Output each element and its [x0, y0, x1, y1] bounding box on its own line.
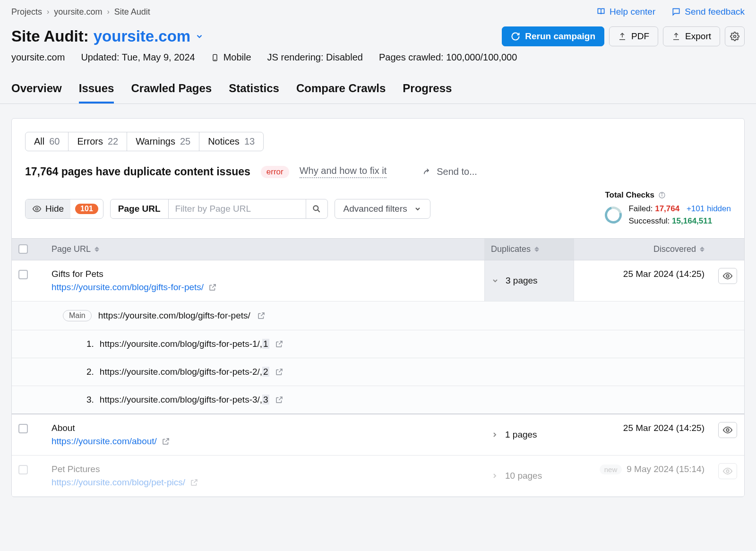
checks-failed: Failed: 17,764 +101 hidden	[628, 203, 731, 215]
breadcrumb-projects[interactable]: Projects	[11, 7, 42, 17]
duplicates-cell[interactable]: 10 pages	[484, 456, 574, 496]
breadcrumb: Projects › yoursite.com › Site Audit	[11, 7, 150, 17]
column-discovered[interactable]: Discovered	[574, 239, 711, 260]
table-row: Pet Pictures https://yoursite.com/blog/p…	[12, 456, 744, 497]
row-checkbox[interactable]	[18, 465, 28, 474]
info-icon[interactable]	[658, 191, 666, 199]
duplicates-cell[interactable]: 1 pages	[484, 414, 574, 455]
meta-updated: Updated: Tue, May 9, 2024	[81, 52, 195, 63]
filter-all[interactable]: All60	[26, 132, 69, 151]
filter-notices[interactable]: Notices13	[199, 132, 263, 151]
pdf-export-button[interactable]: PDF	[609, 26, 658, 46]
search-button[interactable]	[306, 199, 327, 218]
hide-count-badge: 101	[75, 204, 98, 214]
meta-mobile: Mobile	[211, 52, 251, 63]
tab-crawled-pages[interactable]: Crawled Pages	[131, 76, 212, 103]
upload-icon	[672, 32, 680, 41]
why-fix-link[interactable]: Why and how to fix it	[300, 165, 387, 178]
chevron-right-icon	[491, 431, 498, 439]
eye-icon	[722, 271, 733, 281]
send-feedback-link[interactable]: Send feedback	[671, 7, 745, 17]
row-title: Pet Pictures	[52, 464, 478, 474]
meta-domain: yoursite.com	[11, 52, 65, 63]
view-button[interactable]	[718, 463, 737, 479]
discovered-cell: 25 Mar 2024 (14:25)	[574, 414, 711, 455]
mobile-icon	[211, 52, 219, 63]
svg-point-9	[726, 275, 729, 277]
tab-overview[interactable]: Overview	[11, 76, 62, 103]
issue-title: 17,764 pages have duplicate content issu…	[25, 165, 250, 178]
chevron-right-icon: ›	[107, 8, 109, 16]
column-duplicates[interactable]: Duplicates	[484, 239, 574, 260]
external-link-icon[interactable]	[162, 437, 170, 446]
external-link-icon[interactable]	[208, 283, 217, 292]
url-field-selector[interactable]: Page URL	[111, 199, 169, 218]
chevron-down-icon	[195, 32, 204, 41]
table-row: Gifts for Pets https://yoursite.com/blog…	[12, 260, 744, 301]
filter-warnings[interactable]: Warnings25	[127, 132, 199, 151]
external-link-icon[interactable]	[275, 340, 284, 348]
external-link-icon[interactable]	[257, 311, 266, 320]
external-link-icon[interactable]	[275, 396, 284, 404]
chat-icon	[671, 7, 681, 17]
duplicate-url-row: 2. https://yoursite.com/blog/gifts-for-p…	[12, 358, 744, 386]
error-badge: error	[261, 166, 289, 178]
breadcrumb-domain[interactable]: yoursite.com	[54, 7, 102, 17]
url-filter-input[interactable]	[169, 199, 306, 218]
column-page-url[interactable]: Page URL	[45, 239, 484, 260]
send-to-button[interactable]: Send to...	[421, 166, 477, 177]
row-title: About	[52, 423, 478, 433]
external-link-icon[interactable]	[190, 478, 198, 487]
svg-point-3	[36, 208, 38, 210]
svg-point-4	[313, 206, 318, 211]
tab-progress[interactable]: Progress	[403, 76, 452, 103]
rerun-campaign-button[interactable]: Rerun campaign	[502, 26, 604, 46]
chevron-down-icon	[491, 277, 499, 284]
svg-point-10	[726, 429, 729, 431]
row-url-link[interactable]: https://yoursite.com/about/	[52, 436, 478, 447]
main-url-row: Main https://yoursite.com/blog/gifts-for…	[12, 301, 744, 330]
meta-js: JS rendering: Disabled	[267, 52, 363, 63]
row-url-link[interactable]: https://yoursite.com/blog/gifts-for-pets…	[52, 282, 478, 293]
search-icon	[312, 204, 321, 214]
checks-successful: Successful: 15,164,511	[628, 215, 731, 227]
progress-ring-icon	[602, 204, 625, 227]
duplicate-url-row: 1. https://yoursite.com/blog/gifts-for-p…	[12, 330, 744, 358]
hide-button[interactable]: Hide 101	[25, 199, 103, 219]
gear-icon	[730, 32, 739, 41]
svg-point-0	[734, 35, 736, 38]
breadcrumb-section[interactable]: Site Audit	[114, 7, 150, 17]
svg-point-8	[662, 193, 662, 194]
refresh-icon	[511, 32, 520, 41]
duplicates-cell[interactable]: 3 pages	[484, 260, 574, 301]
eye-icon	[32, 204, 42, 214]
discovered-cell: 25 Mar 2024 (14:25)	[574, 260, 711, 301]
select-all-checkbox[interactable]	[18, 244, 28, 254]
external-link-icon[interactable]	[275, 368, 284, 376]
view-button[interactable]	[718, 422, 737, 438]
chevron-right-icon	[491, 472, 498, 480]
duplicate-url-row: 3. https://yoursite.com/blog/gifts-for-p…	[12, 386, 744, 414]
row-url-link[interactable]: https://yoursite.com/blog/pet-pics/	[52, 477, 478, 488]
domain-selector[interactable]: yoursite.com	[94, 27, 204, 45]
advanced-filters-button[interactable]: Advanced filters	[335, 199, 430, 219]
tab-issues[interactable]: Issues	[79, 76, 114, 103]
export-button[interactable]: Export	[663, 26, 720, 46]
svg-line-5	[318, 210, 320, 212]
row-checkbox[interactable]	[18, 424, 28, 433]
hidden-checks-link[interactable]: +101 hidden	[687, 204, 731, 213]
settings-button[interactable]	[725, 26, 745, 46]
filter-errors[interactable]: Errors22	[69, 132, 127, 151]
tab-statistics[interactable]: Statistics	[229, 76, 279, 103]
tab-compare-crawls[interactable]: Compare Crawls	[296, 76, 386, 103]
main-badge: Main	[63, 310, 92, 321]
view-button[interactable]	[718, 268, 737, 284]
total-checks-label: Total Checks	[605, 190, 731, 200]
arrow-right-icon	[421, 167, 431, 177]
eye-icon	[722, 466, 733, 476]
help-center-link[interactable]: Help center	[596, 7, 655, 17]
chevron-down-icon	[414, 205, 421, 213]
svg-point-11	[726, 470, 729, 473]
row-checkbox[interactable]	[18, 270, 28, 279]
upload-icon	[618, 32, 627, 41]
